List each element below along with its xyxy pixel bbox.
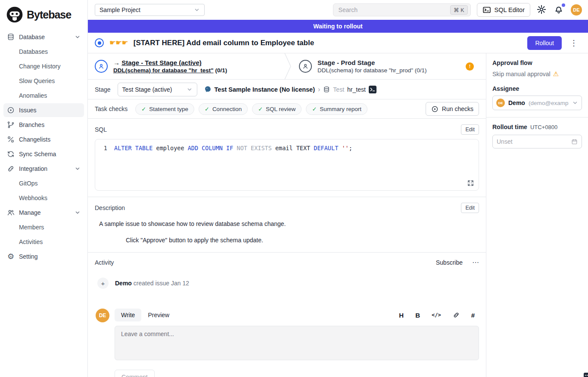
- expand-icon[interactable]: [467, 179, 474, 187]
- sidebar-item-activities[interactable]: Activities: [3, 235, 84, 249]
- sidebar-item-gitops[interactable]: GitOps: [3, 176, 84, 190]
- bold-format-icon[interactable]: B: [415, 312, 420, 319]
- project-select-value: Sample Project: [100, 6, 140, 13]
- chevron-down-icon: [572, 100, 578, 106]
- rollout-button[interactable]: Rollout: [527, 36, 562, 50]
- description-section: Description Edit A sample issue to showc…: [88, 197, 486, 252]
- sql-editor-button[interactable]: SQL Editor: [477, 3, 530, 17]
- panel-divider: [486, 117, 588, 117]
- description-edit-button[interactable]: Edit: [461, 203, 479, 213]
- comment-submit-button[interactable]: Comment: [115, 370, 155, 377]
- search-shortcut-kbd: ⌘ K: [450, 5, 467, 15]
- bytebase-logo[interactable]: Bytebase: [0, 3, 87, 29]
- search-placeholder: Search: [339, 6, 447, 13]
- terminal-icon: [482, 6, 491, 14]
- activity-section: Activity Subscribe ⋯ + Demo created issu…: [88, 252, 486, 377]
- check-pill-summary-report[interactable]: ✓Summary report: [306, 103, 367, 115]
- calendar-icon: [571, 139, 578, 145]
- stage-selector-row: Stage Test Stage (active) Test Sample In…: [88, 80, 486, 99]
- check-icon: ✓: [141, 106, 146, 112]
- stage-name: Stage - Test Stage (active): [121, 59, 202, 66]
- chevron-down-icon: [187, 87, 193, 93]
- stage-task-count: (0/1): [215, 67, 227, 74]
- sidebar-item-integration[interactable]: Integration: [3, 162, 84, 176]
- check-icon: ✓: [205, 106, 209, 112]
- sidebar-item-manage[interactable]: Manage: [3, 206, 84, 219]
- stage-select-value: Test Stage (active): [122, 86, 172, 93]
- bytebase-logo-icon: [6, 6, 23, 23]
- task-checks-label: Task checks: [95, 105, 128, 112]
- rollout-time-picker[interactable]: Unset: [492, 135, 582, 148]
- code-format-icon[interactable]: </>: [432, 312, 441, 318]
- assignee-header: Assignee: [492, 85, 582, 92]
- settings-gear-button[interactable]: [536, 4, 548, 15]
- sql-section: SQL Edit 1 ALTER TABLE employee ADD COLU…: [88, 119, 486, 197]
- project-select[interactable]: Sample Project: [95, 4, 205, 16]
- status-banner: Waiting to rollout: [88, 20, 588, 33]
- branch-icon: [7, 121, 15, 129]
- gear-icon: ⚙: [7, 253, 15, 260]
- link-icon: [7, 165, 15, 173]
- sql-edit-button[interactable]: Edit: [461, 124, 479, 135]
- heading-format-icon[interactable]: H: [399, 312, 404, 319]
- hash-format-icon[interactable]: #: [471, 312, 475, 319]
- sidebar-item-database[interactable]: Database: [3, 30, 84, 44]
- check-pill-statement-type[interactable]: ✓Statement type: [135, 103, 194, 115]
- user-avatar[interactable]: DE: [571, 4, 582, 15]
- search-input[interactable]: Search ⌘ K: [333, 3, 471, 16]
- logo-text: Bytebase: [27, 9, 71, 21]
- sidebar-item-anomalies[interactable]: Anomalies: [3, 89, 84, 102]
- changelist-icon: [7, 136, 15, 143]
- comment-composer: DE Write Preview H B </>: [96, 309, 479, 377]
- sidebar-item-webhooks[interactable]: Webhooks: [3, 191, 84, 205]
- instance-name[interactable]: Test Sample Instance (No license): [215, 86, 315, 93]
- body-row: → Stage - Test Stage (active) DDL(schema…: [88, 53, 588, 377]
- sql-editor-shortcut-icon[interactable]: [369, 86, 376, 93]
- database-name[interactable]: hr_test: [347, 86, 366, 93]
- stage-select[interactable]: Test Stage (active): [118, 83, 197, 96]
- sidebar-item-slow-queries[interactable]: Slow Queries: [3, 74, 84, 88]
- stage-task: DDL(schema) for database "hr_prod" (0/1): [317, 67, 426, 74]
- subscribe-button[interactable]: Subscribe: [436, 259, 463, 266]
- sidebar-item-setting[interactable]: ⚙ Setting: [3, 250, 84, 263]
- kebab-menu-icon[interactable]: ⋮: [567, 38, 580, 48]
- stage-task: DDL(schema) for database "hr_test": [113, 67, 214, 74]
- link-format-icon[interactable]: [453, 312, 460, 318]
- assignee-select[interactable]: DE Demo (demo@example: [492, 96, 582, 110]
- postgresql-icon: [204, 86, 212, 93]
- bytebase-app: Bytebase Database Databases Change Histo…: [0, 0, 588, 377]
- notifications-bell-button[interactable]: [554, 4, 565, 15]
- sidebar-item-sync-schema[interactable]: Sync Schema: [3, 147, 84, 161]
- approval-flow-value: Skip manual approval: [492, 71, 551, 77]
- check-pill-connection[interactable]: ✓Connection: [199, 103, 248, 115]
- tab-write[interactable]: Write: [115, 309, 141, 321]
- stage-person-icon: [299, 60, 312, 73]
- right-panel: Approval flow Skip manual approval ⚠ Ass…: [486, 53, 588, 377]
- more-options-icon[interactable]: ⋯: [472, 258, 479, 266]
- stage-name: Stage - Prod Stage: [317, 59, 426, 66]
- sidebar-item-change-history[interactable]: Change History: [3, 59, 84, 73]
- assignee-name: Demo: [508, 99, 525, 106]
- play-circle-icon: [431, 105, 439, 113]
- issue-header: ☛☛☛ [START HERE] Add email column to Emp…: [88, 33, 588, 53]
- issue-status-icon: [95, 38, 104, 47]
- sidebar-item-branches[interactable]: Branches: [3, 118, 84, 132]
- run-checks-button[interactable]: Run checks: [426, 102, 479, 116]
- stage-card-prod[interactable]: Stage - Prod Stage DDL(schema) for datab…: [292, 53, 486, 79]
- sidebar-item-issues[interactable]: Issues: [3, 103, 84, 117]
- tab-preview[interactable]: Preview: [141, 309, 176, 321]
- plus-icon: +: [97, 278, 109, 289]
- sidebar-item-members[interactable]: Members: [3, 220, 84, 234]
- database-icon: [7, 33, 15, 41]
- sql-editor-box[interactable]: 1 ALTER TABLE employee ADD COLUMN IF NOT…: [95, 139, 479, 191]
- stage-card-test[interactable]: → Stage - Test Stage (active) DDL(schema…: [88, 53, 284, 79]
- sync-icon: [7, 150, 15, 158]
- check-pill-sql-review[interactable]: ✓SQL review: [252, 103, 302, 115]
- gear-icon: [536, 4, 547, 15]
- comment-textarea[interactable]: [115, 326, 479, 360]
- activity-item: + Demo created issue Jan 12: [97, 278, 479, 289]
- timezone-label: UTC+0800: [530, 124, 557, 130]
- sidebar-item-changelists[interactable]: Changelists: [3, 133, 84, 146]
- sidebar-item-databases[interactable]: Databases: [3, 45, 84, 59]
- assignee-avatar: DE: [496, 99, 505, 107]
